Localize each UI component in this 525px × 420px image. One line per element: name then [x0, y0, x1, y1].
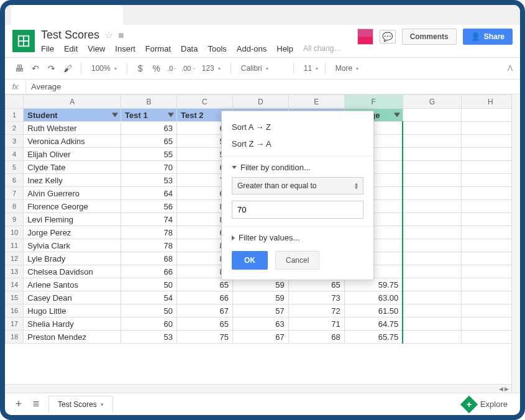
cell-student[interactable]: Inez Kelly: [24, 174, 121, 187]
percent-icon[interactable]: %: [150, 62, 163, 75]
menu-addons[interactable]: Add-ons: [237, 44, 267, 53]
redo-icon[interactable]: ↷: [45, 62, 58, 75]
all-sheets-icon[interactable]: ≡: [27, 396, 45, 413]
cell-test1[interactable]: 70: [121, 161, 177, 174]
more-dropdown[interactable]: More: [332, 63, 362, 74]
cell-test1[interactable]: 53: [121, 331, 177, 344]
share-button[interactable]: 👤Share: [463, 29, 513, 45]
undo-icon[interactable]: ↶: [29, 62, 42, 75]
cell-test1[interactable]: 55: [121, 148, 177, 161]
cell-test4[interactable]: 71: [288, 317, 344, 331]
explore-button[interactable]: + Explore: [463, 398, 515, 411]
cell-test1[interactable]: 78: [121, 226, 177, 239]
condition-select[interactable]: Greater than or equal to▴▾: [232, 177, 363, 194]
cell-student[interactable]: Casey Dean: [24, 291, 121, 304]
font-dropdown[interactable]: Calibri: [237, 63, 287, 74]
cell-test1[interactable]: 53: [121, 174, 177, 187]
cell-test3[interactable]: 57: [232, 304, 288, 317]
menu-tools[interactable]: Tools: [208, 44, 226, 53]
sort-az[interactable]: Sort A → Z: [222, 119, 373, 135]
header-Student[interactable]: Student: [24, 109, 121, 122]
col-header-A[interactable]: A: [24, 95, 121, 109]
condition-value-input[interactable]: [232, 201, 363, 219]
col-header-B[interactable]: B: [121, 95, 177, 109]
cell-test1[interactable]: 78: [121, 239, 177, 252]
cell-test4[interactable]: 68: [288, 331, 344, 344]
col-header-D[interactable]: D: [232, 95, 288, 109]
cell-student[interactable]: Jorge Perez: [24, 226, 121, 239]
filter-icon[interactable]: [112, 113, 118, 117]
cell-test4[interactable]: 73: [288, 291, 344, 304]
filter-by-values-toggle[interactable]: Filter by values...: [222, 231, 373, 245]
print-icon[interactable]: 🖶: [12, 62, 26, 75]
col-header-G[interactable]: G: [403, 95, 461, 109]
cell-test1[interactable]: 68: [121, 252, 177, 265]
cell-test2[interactable]: 75: [176, 331, 232, 344]
paint-format-icon[interactable]: 🖌: [61, 62, 75, 75]
all-changes-saved[interactable]: All chang…: [303, 44, 341, 53]
cell-test3[interactable]: 63: [232, 317, 288, 331]
menu-edit[interactable]: Edit: [64, 44, 78, 53]
horizontal-scrollbar[interactable]: ◀▶: [5, 384, 511, 393]
font-size-dropdown[interactable]: 11: [300, 63, 319, 74]
menu-data[interactable]: Data: [181, 44, 198, 53]
document-title[interactable]: Test Scores: [41, 29, 99, 42]
col-header-F[interactable]: F: [344, 95, 403, 109]
menu-file[interactable]: File: [41, 44, 54, 53]
cell-student[interactable]: Florence George: [24, 200, 121, 213]
cell-student[interactable]: Clyde Tate: [24, 161, 121, 174]
cell-test3[interactable]: 59: [232, 291, 288, 304]
cell-average[interactable]: 63.00: [344, 291, 403, 304]
sheets-logo[interactable]: [12, 30, 35, 52]
browser-tab[interactable]: [11, 5, 123, 25]
ok-button[interactable]: OK: [232, 251, 268, 270]
cell-test1[interactable]: 60: [121, 317, 177, 331]
folder-icon[interactable]: ■: [118, 30, 124, 41]
collapse-toolbar-icon[interactable]: ᐱ: [508, 64, 513, 73]
cell-test1[interactable]: 54: [121, 291, 177, 304]
cell-test1[interactable]: 64: [121, 187, 177, 200]
cell-student[interactable]: Levi Fleming: [24, 213, 121, 226]
cell-test2[interactable]: 65: [176, 317, 232, 331]
decrease-decimal-icon[interactable]: .0←: [166, 62, 180, 75]
cell-student[interactable]: Hugo Little: [24, 304, 121, 317]
user-avatar[interactable]: [357, 29, 373, 45]
star-icon[interactable]: ☆: [104, 29, 113, 41]
zoom-dropdown[interactable]: 100%: [88, 63, 121, 74]
menu-format[interactable]: Format: [145, 44, 171, 53]
chat-icon[interactable]: 💬: [380, 30, 396, 43]
cell-test1[interactable]: 74: [121, 213, 177, 226]
cell-test1[interactable]: 66: [121, 265, 177, 278]
col-header-E[interactable]: E: [288, 95, 344, 109]
cell-test1[interactable]: 56: [121, 200, 177, 213]
formula-input[interactable]: [26, 80, 520, 93]
cell-test1[interactable]: 50: [121, 278, 177, 291]
cell-test1[interactable]: 50: [121, 304, 177, 317]
cell-test1[interactable]: 65: [121, 135, 177, 148]
cell-student[interactable]: Shelia Hardy: [24, 317, 121, 331]
cell-student[interactable]: Arlene Santos: [24, 278, 121, 291]
cell-student[interactable]: Preston Mendez: [24, 331, 121, 344]
comments-button[interactable]: Comments: [402, 29, 457, 45]
number-format-dropdown[interactable]: 123: [198, 63, 224, 74]
cell-student[interactable]: Veronica Adkins: [24, 135, 121, 148]
cell-student[interactable]: Lyle Brady: [24, 252, 121, 265]
menu-help[interactable]: Help: [276, 44, 293, 53]
cell-student[interactable]: Sylvia Clark: [24, 239, 121, 252]
cell-test2[interactable]: 67: [176, 304, 232, 317]
cell-average[interactable]: 61.50: [344, 304, 403, 317]
filter-by-condition-toggle[interactable]: Filter by condition...: [222, 160, 373, 175]
menu-view[interactable]: View: [88, 44, 105, 53]
cell-student[interactable]: Elijah Oliver: [24, 148, 121, 161]
currency-icon[interactable]: $: [134, 62, 147, 75]
header-Test 1[interactable]: Test 1: [121, 109, 177, 122]
cell-test1[interactable]: 63: [121, 122, 177, 135]
filter-icon[interactable]: [394, 113, 400, 117]
cell-average[interactable]: 65.75: [344, 331, 403, 344]
cell-student[interactable]: Chelsea Davidson: [24, 265, 121, 278]
cell-average[interactable]: 64.75: [344, 317, 403, 331]
add-sheet-icon[interactable]: +: [10, 396, 27, 413]
cell-test3[interactable]: 67: [232, 331, 288, 344]
increase-decimal-icon[interactable]: .00→: [182, 62, 196, 75]
menu-insert[interactable]: Insert: [115, 44, 135, 53]
